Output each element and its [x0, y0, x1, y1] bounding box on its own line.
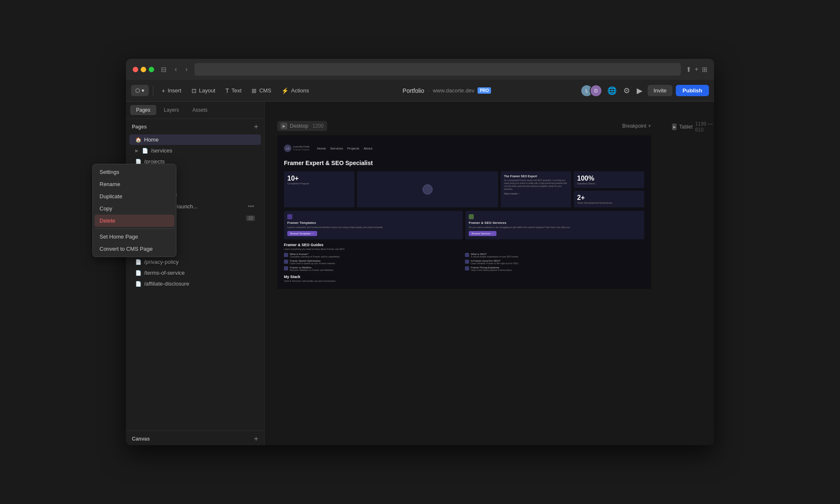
- desktop-preview: LD Luca Da Corte Framer Expert Home Serv…: [277, 135, 651, 289]
- maximize-button[interactable]: [149, 67, 154, 72]
- tablet-header-bar: ▶ Tablet 1199 — 810: [672, 118, 714, 135]
- breakpoint-label: Breakpoint: [622, 123, 646, 129]
- tablet-range: 1199 — 810: [695, 121, 714, 133]
- page-icon-terms: 📄: [135, 270, 142, 276]
- page-item-privacy-policy[interactable]: 📄 /privacy-policy: [129, 257, 261, 267]
- section2-text: Do you need a website or are struggling …: [469, 226, 641, 229]
- sidebar: Pages Layers Assets Pages + 🏠 Home ▶ 📄: [126, 102, 265, 445]
- toolbar-logo[interactable]: ⬡ ▾: [131, 85, 149, 96]
- new-tab-button[interactable]: +: [695, 66, 698, 74]
- context-menu-copy[interactable]: Copy: [126, 202, 174, 215]
- preview-button[interactable]: ▶: [635, 84, 644, 97]
- context-menu-convert-cms[interactable]: Convert to CMS Page: [126, 243, 174, 255]
- toolbar-right: L D 🌐 ⚙ ▶ Invite Publish: [580, 84, 709, 97]
- section-card-services: Framer & SEO Services Do you need a webs…: [465, 211, 644, 239]
- minimize-button[interactable]: [141, 67, 146, 72]
- page-name-services: /services: [151, 147, 255, 154]
- back-button[interactable]: ‹: [173, 64, 178, 75]
- page-menu-button[interactable]: •••: [247, 202, 255, 210]
- cms-button[interactable]: ⊞ CMS: [247, 85, 276, 97]
- separator-dot: ·: [428, 87, 429, 94]
- stat2-label: The Framer SEO Expert: [504, 175, 568, 178]
- context-menu-delete[interactable]: Delete: [126, 215, 174, 227]
- close-button[interactable]: [133, 67, 138, 72]
- settings-button[interactable]: ⚙: [622, 84, 632, 97]
- text-icon: T: [226, 87, 229, 94]
- guide-item-3: Framer Speed Optimisation Learn how to s…: [284, 260, 463, 265]
- forward-button[interactable]: ›: [184, 64, 189, 75]
- page-icon-affiliate: 📄: [135, 281, 142, 287]
- add-canvas-button[interactable]: +: [254, 435, 258, 443]
- main-layout: Pages Layers Assets Pages + 🏠 Home ▶ 📄: [126, 102, 714, 445]
- page-icon-services: 📄: [142, 148, 148, 154]
- tab-assets[interactable]: Assets: [186, 105, 213, 115]
- guide-item-6: Framer Pricing Explained Learn more abou…: [465, 266, 644, 271]
- nav-services: Services: [330, 147, 343, 150]
- guide4-text: Learn whether Framer is the right tool f…: [471, 262, 519, 265]
- home-icon: 🏠: [135, 137, 142, 143]
- grid-button[interactable]: ⊞: [702, 66, 707, 74]
- guide-icon-1: [284, 253, 288, 257]
- page-item-home[interactable]: 🏠 Home: [129, 134, 261, 145]
- invite-button[interactable]: Invite: [648, 85, 672, 96]
- breakpoint-button[interactable]: Breakpoint +: [622, 123, 651, 129]
- logo-circle-card: [423, 184, 433, 194]
- site-guides: Framer & SEO Guides Learn everything you…: [284, 243, 644, 271]
- share-button[interactable]: ⬆: [686, 66, 691, 74]
- site-nav: LD Luca Da Corte Framer Expert Home Serv…: [284, 142, 644, 155]
- section2-cta: Browse Services →: [469, 231, 496, 236]
- site-url: www.dacorte.dev: [433, 87, 474, 94]
- page-item-services[interactable]: ▶ 📄 /services: [129, 145, 261, 156]
- toolbar-separator: [153, 86, 153, 96]
- nav-home: Home: [317, 147, 326, 150]
- context-menu-duplicate[interactable]: Duplicate: [126, 190, 174, 202]
- layout-icon: ⊡: [192, 87, 197, 94]
- publish-button[interactable]: Publish: [676, 85, 709, 96]
- actions-icon: ⚡: [281, 87, 289, 94]
- sidebar-toggle-button[interactable]: ⊟: [159, 64, 168, 75]
- layout-button[interactable]: ⊡ Layout: [187, 85, 220, 97]
- guides-title: Framer & SEO Guides: [284, 243, 644, 247]
- guide5-text: Discover Webflow vs Framer and Webflow.: [290, 269, 334, 271]
- insert-icon: +: [162, 87, 165, 94]
- tab-layers[interactable]: Layers: [158, 105, 185, 115]
- avatar-2: D: [590, 84, 602, 97]
- canvas-area[interactable]: ▶ Desktop 1200 Breakpoint + ▶ Tablet 119…: [265, 102, 714, 445]
- insert-button[interactable]: + Insert: [158, 85, 186, 97]
- mystack-title: My Stack: [284, 275, 644, 279]
- globe-button[interactable]: 🌐: [606, 84, 618, 97]
- page-item-terms[interactable]: 📄 /terms-of-service: [129, 268, 261, 278]
- section-card-templates: Framer Templates Launch a beautiful and …: [284, 211, 463, 239]
- page-icon-privacy-policy: 📄: [135, 259, 142, 265]
- guides-subtitle: Learn everything you need to know about …: [284, 248, 644, 250]
- guide6-text: Learn more about popular Framer plans.: [471, 269, 512, 271]
- logo-arrow: ▾: [142, 87, 144, 94]
- guide-text-2: What is SEO? A visual simple explanation…: [471, 253, 519, 258]
- text-label: Text: [231, 87, 242, 94]
- services-card-icon: [469, 214, 474, 219]
- context-menu-rename[interactable]: Rename: [126, 178, 174, 190]
- context-menu-set-home[interactable]: Set Home Page: [126, 231, 174, 243]
- guide-text-5: Framer vs Webflow Discover Webflow vs Fr…: [290, 266, 334, 271]
- text-button[interactable]: T Text: [221, 85, 246, 97]
- guide-text-3: Framer Speed Optimisation Learn how to s…: [290, 260, 336, 265]
- layout-label: Layout: [199, 87, 215, 94]
- nav-logo-tagline: Framer Expert: [293, 148, 310, 151]
- guide-icon-6: [465, 266, 469, 270]
- guide-icon-2: [465, 253, 469, 257]
- add-page-button[interactable]: +: [254, 123, 258, 131]
- page-item-affiliate[interactable]: 📄 /affiliate-disclosure: [129, 278, 261, 289]
- address-bar[interactable]: [194, 63, 681, 76]
- pro-badge: PRO: [478, 87, 491, 94]
- stat-card-seo: The Framer SEO Expert As a recognised Fr…: [501, 171, 571, 207]
- my-stack-section: My Stack Tools & Services I personally u…: [284, 275, 644, 282]
- tab-pages[interactable]: Pages: [130, 105, 156, 115]
- context-menu-settings[interactable]: Settings: [126, 166, 174, 178]
- guide-text-6: Framer Pricing Explained Learn more abou…: [471, 266, 512, 271]
- sidebar-tabs: Pages Layers Assets: [126, 102, 264, 119]
- actions-label: Actions: [291, 87, 309, 94]
- actions-button[interactable]: ⚡ Actions: [277, 85, 313, 97]
- stat-right-col: 100% Satisfied Clients 2+ Years Developm…: [574, 171, 644, 207]
- toolbar-center: Portfolio · www.dacorte.dev PRO: [315, 87, 579, 94]
- breakpoint-plus: +: [648, 123, 651, 129]
